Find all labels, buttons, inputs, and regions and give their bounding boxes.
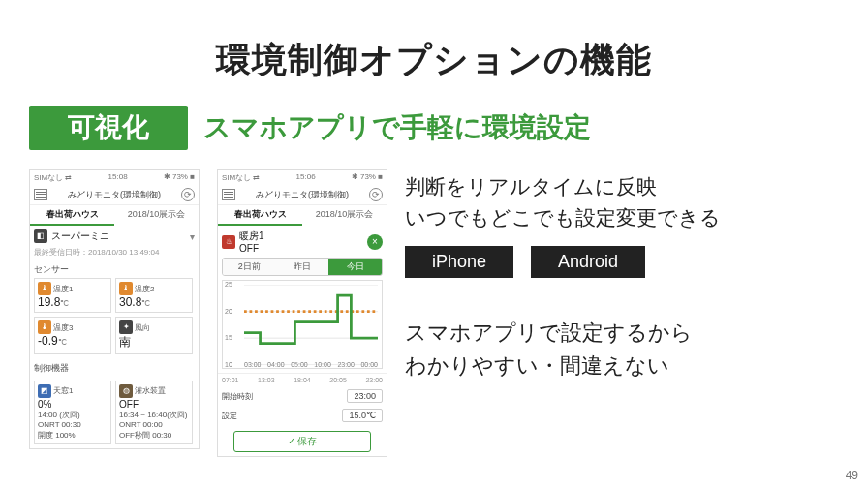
wind-icon: ✦ [119,320,133,334]
day-tab-yesterday[interactable]: 昨日 [276,259,329,275]
sensor-unit: ℃ [141,299,150,308]
device-select[interactable]: ◧ スーパーミニ ▾ [30,226,199,247]
temp-icon: 🌡 [119,282,133,295]
time-slot: 07:01 [222,377,239,383]
sensor-unit: ℃ [58,338,67,347]
tab-active[interactable]: 春出荷ハウス [30,205,114,226]
sensor-name: 温度3 [53,322,73,333]
device-name: スーパーミニ [51,229,109,243]
sync-icon[interactable]: ⟳ [369,188,383,201]
status-battery: ✱ 73% ■ [164,172,195,183]
control-card[interactable]: ◍灌水装置 OFF 16:34 ~ 16:40(次回) ONRT 00:00 O… [115,381,193,444]
start-time-input[interactable]: 23:00 [347,389,383,403]
menu-icon[interactable] [222,189,235,200]
ytick: 10 [225,361,242,368]
time-slot: 13:03 [258,377,275,383]
sync-icon[interactable]: ⟳ [181,188,195,201]
app-title: みどりモニタ(環境制御) [68,189,161,201]
time-slot: 20:05 [329,377,347,383]
device-state: OFF [239,243,264,254]
sensor-card[interactable]: 🌡温度3 -0.9℃ [34,317,111,354]
setting-label: 設定 [222,411,237,421]
app-bar: みどりモニタ(環境制御) ⟳ [30,185,199,205]
ytick: 25 [225,281,242,288]
control-card[interactable]: ◩天窓1 0% 14:00 (次回) ONRT 00:30 開度 100% [34,381,111,444]
status-time: 15:08 [108,172,128,183]
tab-other[interactable]: 2018/10展示会 [114,205,199,226]
day-tab-today[interactable]: 今日 [328,259,382,275]
control-line: ONRT 00:30 [38,420,108,430]
sensor-value: -0.9 [38,334,58,348]
menu-icon[interactable] [34,189,47,200]
control-name: 天窓1 [53,386,73,396]
sensor-card[interactable]: 🌡温度1 19.8℃ [34,278,111,313]
chart-plot [244,285,378,365]
control-name: 灌水装置 [135,386,166,396]
chevron-down-icon: ▾ [190,231,195,242]
sensor-value: 19.8 [38,295,60,309]
xtick: 00:00 [360,361,378,368]
status-bar: SIMなし ⇄ 15:06 ✱ 73% ■ [218,170,387,185]
set-temp-row: 設定 15.0℃ [218,406,387,425]
day-tabs: 2日前 昨日 今日 [222,258,383,276]
control-line: OFF秒間 00:30 [119,431,189,441]
app-title: みどりモニタ(環境制御) [256,189,349,201]
sensor-name: 風向 [135,322,150,333]
iphone-badge: iPhone [405,246,513,278]
phone-screenshot-2: SIMなし ⇄ 15:06 ✱ 73% ■ みどりモニタ(環境制御) ⟳ 春出荷… [217,169,388,457]
control-line: ONRT 00:00 [119,420,189,430]
sensor-name: 温度1 [53,284,73,294]
sensor-card[interactable]: 🌡温度2 30.8℃ [115,278,193,313]
chart-x-axis: 03:00 04:00 05:00 10:00 23:00 00:00 [244,361,378,368]
section-control: 制御機器 [30,360,199,377]
actual-line [244,295,378,344]
xtick: 03:00 [244,361,262,368]
control-line: 14:00 (次回) [38,411,108,420]
sensor-card[interactable]: ✦風向 南 [115,317,193,354]
control-line: 開度 100% [38,431,108,441]
water-icon: ◍ [119,384,133,398]
time-slot: 23:00 [365,377,383,383]
device-name: 暖房1 [239,229,264,243]
tab-other[interactable]: 2018/10展示会 [302,205,387,226]
visualize-tag: 可視化 [29,106,188,150]
sensor-value: 30.8 [119,295,141,309]
slide-title: 環境制御オプションの機能 [29,37,839,84]
chart-y-axis: 25 20 15 10 [225,281,242,368]
section-sensor: センサー [30,261,199,278]
set-temp-input[interactable]: 15.0℃ [342,409,383,422]
benefit-text: 判断をリアルタイムに反映 いつでもどこでも設定変更できる [405,171,839,232]
benefit-text-2: スマホアプリで設定するから わかりやすい・間違えない [405,317,839,382]
day-tab-2ago[interactable]: 2日前 [223,259,276,275]
temp-icon: 🌡 [38,320,51,334]
setting-label: 開始時刻 [222,391,253,402]
android-badge: Android [531,246,645,278]
xtick: 23:00 [337,361,355,368]
temperature-chart: 25 20 15 10 03:00 04:00 05:00 [222,280,383,369]
sensor-value: 南 [119,335,131,349]
app-bar: みどりモニタ(環境制御) ⟳ [218,185,387,205]
save-button[interactable]: ✓ 保存 [233,431,371,452]
status-bar: SIMなし ⇄ 15:08 ✱ 73% ■ [30,170,199,185]
temp-icon: 🌡 [38,282,51,295]
sensor-name: 温度2 [135,284,154,294]
status-carrier: SIMなし ⇄ [34,172,72,183]
status-time: 15:06 [296,172,316,183]
close-icon[interactable]: × [367,234,383,250]
status-carrier: SIMなし ⇄ [222,172,260,183]
control-line: 16:34 ~ 16:40(次回) [119,411,189,420]
start-time-row: 開始時刻 23:00 [218,386,387,406]
heater-icon: ♨ [222,235,235,249]
status-battery: ✱ 73% ■ [352,172,383,183]
ytick: 15 [225,334,242,341]
xtick: 10:00 [314,361,331,368]
benefit-line: わかりやすい・間違えない [405,350,839,382]
schedule-bar: 07:01 13:03 18:04 20:05 23:00 [218,373,387,386]
xtick: 04:00 [267,361,285,368]
phone-screenshot-1: SIMなし ⇄ 15:08 ✱ 73% ■ みどりモニタ(環境制御) ⟳ 春出荷… [29,169,200,449]
control-cards: ◩天窓1 0% 14:00 (次回) ONRT 00:30 開度 100% ◍灌… [30,377,199,448]
right-column: 判断をリアルタイムに反映 いつでもどこでも設定変更できる iPhone Andr… [405,169,839,382]
tab-active[interactable]: 春出荷ハウス [218,205,302,226]
house-tabs: 春出荷ハウス 2018/10展示会 [218,205,387,226]
device-icon: ◧ [34,229,47,243]
